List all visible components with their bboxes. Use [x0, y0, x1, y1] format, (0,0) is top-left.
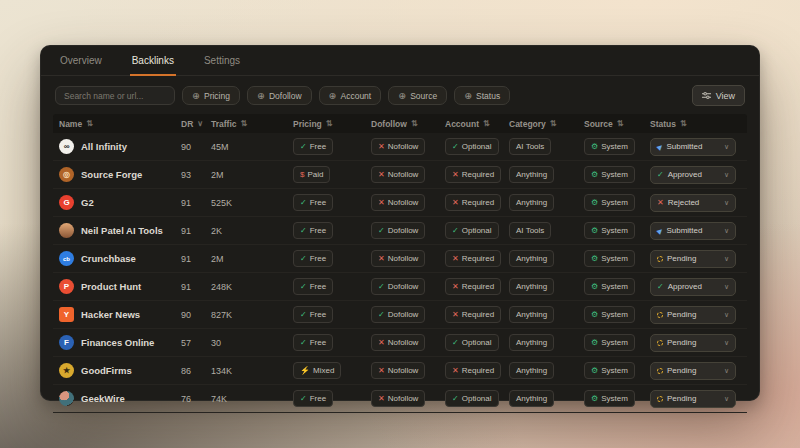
account-badge: ✕Required	[445, 194, 501, 211]
view-button[interactable]: View	[692, 85, 745, 106]
account-badge: ✕Required	[445, 166, 501, 183]
filter-dofollow[interactable]: ⊕Dofollow	[247, 86, 312, 105]
traffic-value: 30	[205, 338, 287, 348]
check-icon: ✓	[452, 395, 459, 403]
dofollow-badge: ✓Dofollow	[371, 306, 425, 323]
dofollow-badge: ✓Dofollow	[371, 278, 425, 295]
search-input[interactable]	[55, 86, 175, 105]
source-badge: ⚙System	[584, 278, 635, 295]
column-header[interactable]: Status⇅	[644, 119, 749, 129]
account-badge: ✓Optional	[445, 138, 499, 155]
table-row[interactable]: ★ GoodFirms 86 134K ⚡Mixed ✕Nofollow ✕Re…	[53, 357, 747, 385]
column-header[interactable]: Account⇅	[439, 119, 503, 129]
traffic-value: 827K	[205, 310, 287, 320]
name-cell: Neil Patel AI Tools	[53, 223, 175, 238]
status-select[interactable]: Pending ∨	[650, 390, 736, 408]
sort-desc-icon: ∨	[197, 120, 203, 128]
plus-circle-icon: ⊕	[464, 91, 472, 101]
status-label: Submitted	[666, 226, 719, 235]
sort-icon: ⇅	[483, 120, 490, 128]
column-header[interactable]: Name⇅	[53, 119, 175, 129]
status-select[interactable]: ▶ Submitted ∨	[650, 222, 736, 240]
table-row[interactable]: Neil Patel AI Tools 91 2K ✓Free ✓Dofollo…	[53, 217, 747, 245]
category-label: Anything	[516, 254, 547, 263]
status-select[interactable]: ▶ Submitted ∨	[650, 138, 736, 156]
status-select[interactable]: Pending ∨	[650, 306, 736, 324]
filter-label: Source	[410, 91, 437, 101]
filter-source[interactable]: ⊕Source	[388, 86, 447, 105]
column-header[interactable]: Source⇅	[578, 119, 644, 129]
table-row[interactable]: GeekWire 76 74K ✓Free ✕Nofollow ✓Optiona…	[53, 385, 747, 413]
check-icon: ✓	[452, 227, 459, 235]
check-icon: ✓	[452, 143, 459, 151]
check-icon: ✓	[657, 283, 664, 291]
x-icon: ✕	[378, 339, 385, 347]
status-select[interactable]: ✓ Approved ∨	[650, 278, 736, 296]
table-header: Name⇅DR∨Traffic⇅Pricing⇅Dofollow⇅Account…	[53, 114, 747, 133]
tab-bar: Overview Backlinks Settings	[41, 46, 759, 76]
status-select[interactable]: ✓ Approved ∨	[650, 166, 736, 184]
dofollow-label: Nofollow	[388, 366, 419, 375]
category-badge: Anything	[509, 362, 554, 379]
filter-account[interactable]: ⊕Account	[319, 86, 382, 105]
column-header[interactable]: Traffic⇅	[205, 119, 287, 129]
column-header[interactable]: Category⇅	[503, 119, 578, 129]
pricing-badge: ✓Free	[293, 334, 333, 351]
tab-settings[interactable]: Settings	[202, 46, 242, 76]
status-select[interactable]: ✕ Rejected ∨	[650, 194, 736, 212]
site-name: GeekWire	[81, 393, 125, 404]
pricing-label: Free	[310, 142, 326, 151]
account-badge: ✓Optional	[445, 390, 499, 407]
filter-status[interactable]: ⊕Status	[454, 86, 510, 105]
dofollow-badge: ✓Dofollow	[371, 222, 425, 239]
table-row[interactable]: Y Hacker News 90 827K ✓Free ✓Dofollow ✕R…	[53, 301, 747, 329]
sort-icon: ⇅	[680, 120, 687, 128]
table-row[interactable]: P Product Hunt 91 248K ✓Free ✓Dofollow ✕…	[53, 273, 747, 301]
account-label: Optional	[462, 142, 492, 151]
dr-value: 91	[175, 254, 205, 264]
chevron-down-icon: ∨	[724, 367, 729, 374]
dofollow-badge: ✕Nofollow	[371, 166, 425, 183]
site-name: G2	[81, 197, 94, 208]
chevron-down-icon: ∨	[724, 199, 729, 206]
traffic-value: 2K	[205, 226, 287, 236]
column-header[interactable]: DR∨	[175, 119, 205, 129]
column-header[interactable]: Pricing⇅	[287, 119, 365, 129]
source-label: System	[601, 366, 628, 375]
check-icon: ✓	[657, 171, 664, 179]
tab-overview[interactable]: Overview	[58, 46, 104, 76]
column-header[interactable]: Dofollow⇅	[365, 119, 439, 129]
source-label: System	[601, 310, 628, 319]
table-body: ∞ All Infinity 90 45M ✓Free ✕Nofollow ✓O…	[53, 133, 747, 413]
site-name: GoodFirms	[81, 365, 132, 376]
table-row[interactable]: cb Crunchbase 91 2M ✓Free ✕Nofollow ✕Req…	[53, 245, 747, 273]
status-select[interactable]: Pending ∨	[650, 334, 736, 352]
account-label: Optional	[462, 226, 492, 235]
name-cell: ★ GoodFirms	[53, 363, 175, 378]
dr-value: 90	[175, 142, 205, 152]
table-row[interactable]: G G2 91 525K ✓Free ✕Nofollow ✕Required A…	[53, 189, 747, 217]
category-label: Anything	[516, 394, 547, 403]
name-cell: Y Hacker News	[53, 307, 175, 322]
site-name: Product Hunt	[81, 281, 141, 292]
check-icon: ✓	[300, 143, 307, 151]
check-icon: ✓	[378, 227, 385, 235]
site-name: Finances Online	[81, 337, 154, 348]
site-logo-icon	[59, 391, 74, 406]
x-icon: ✕	[452, 171, 459, 179]
status-select[interactable]: Pending ∨	[650, 250, 736, 268]
table-row[interactable]: F Finances Online 57 30 ✓Free ✕Nofollow …	[53, 329, 747, 357]
category-badge: Anything	[509, 390, 554, 407]
status-select[interactable]: Pending ∨	[650, 362, 736, 380]
tab-backlinks[interactable]: Backlinks	[130, 46, 176, 76]
filter-pricing[interactable]: ⊕Pricing	[182, 86, 240, 105]
site-logo-icon: P	[59, 279, 74, 294]
filter-label: Pricing	[204, 91, 230, 101]
pricing-badge: ✓Free	[293, 390, 333, 407]
plus-circle-icon: ⊕	[329, 91, 337, 101]
table-row[interactable]: ∞ All Infinity 90 45M ✓Free ✕Nofollow ✓O…	[53, 133, 747, 161]
site-name: Source Forge	[81, 169, 142, 180]
table-row[interactable]: ◎ Source Forge 93 2M $Paid ✕Nofollow ✕Re…	[53, 161, 747, 189]
source-label: System	[601, 142, 628, 151]
column-label: Account	[445, 119, 479, 129]
